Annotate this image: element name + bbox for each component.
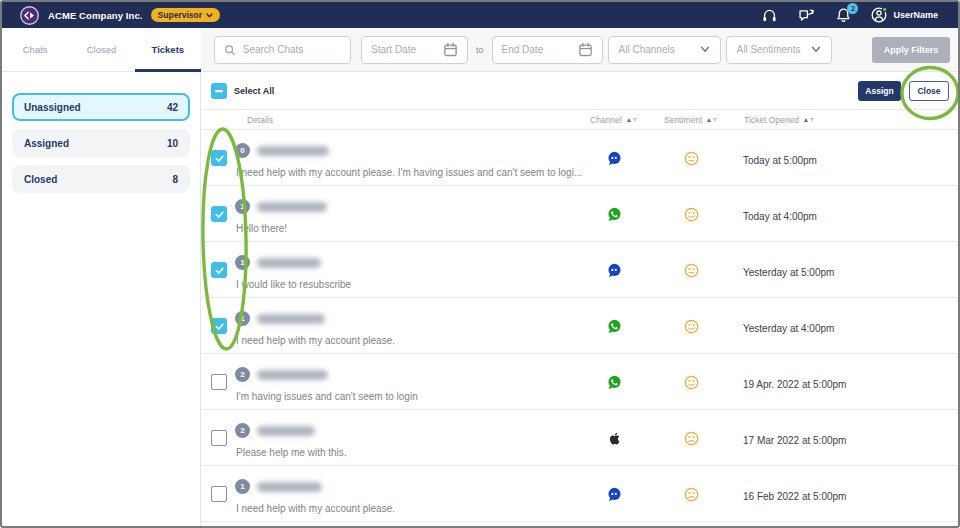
user-menu[interactable]: UserName <box>870 6 938 24</box>
ticket-rows: 0 I need help with my account please. I'… <box>201 130 958 522</box>
channels-select[interactable]: All Channels <box>608 36 721 64</box>
queue-label: Assigned <box>24 138 69 149</box>
sidebar-item-assigned[interactable]: Assigned 10 <box>12 129 190 157</box>
row-checkbox[interactable] <box>211 150 227 166</box>
queue-count: 42 <box>167 102 178 113</box>
end-date-field <box>492 36 603 64</box>
column-sentiment[interactable]: Sentiment <box>664 115 717 125</box>
row-checkbox[interactable] <box>211 486 227 502</box>
check-icon <box>214 321 225 332</box>
ticket-row[interactable]: 1 I would like to resubscribe Yesterday … <box>201 242 958 298</box>
search-chats-input[interactable] <box>243 44 341 55</box>
unread-count-badge: 0 <box>235 143 250 158</box>
redacted-contact-name <box>257 146 329 156</box>
unread-count-badge: 1 <box>235 199 250 214</box>
ticket-row[interactable]: 0 I need help with my account please. I'… <box>201 130 958 186</box>
tab-tickets[interactable]: Tickets <box>135 28 201 71</box>
queue-count: 8 <box>172 174 178 185</box>
row-checkbox[interactable] <box>211 374 227 390</box>
select-all-checkbox[interactable] <box>211 83 227 99</box>
ticket-opened-time: 17 Mar 2022 at 5:00pm <box>743 434 846 445</box>
tickets-panel: Select All Assign Close Details Channel … <box>201 72 958 526</box>
column-ticket-opened[interactable]: Ticket Opened <box>744 115 814 125</box>
tab-bar: Chats Closed Tickets <box>2 28 201 72</box>
ticket-opened-time: 16 Feb 2022 at 5:00pm <box>743 490 846 501</box>
message-preview: I need help with my account please. I'm … <box>236 167 582 178</box>
sentiment-icon <box>684 431 699 446</box>
brand-logo-icon <box>20 6 39 25</box>
redacted-contact-name <box>257 314 325 324</box>
close-button[interactable]: Close <box>909 81 949 101</box>
unread-count-badge: 1 <box>235 255 250 270</box>
start-date-input[interactable] <box>371 44 441 55</box>
headset-button[interactable] <box>761 7 778 24</box>
apple-icon <box>607 431 622 446</box>
ticket-row[interactable]: 1 I need help with my account please. Ye… <box>201 298 958 354</box>
row-checkbox[interactable] <box>211 262 227 278</box>
redacted-contact-name <box>257 370 328 380</box>
redacted-contact-name <box>257 426 315 436</box>
tab-closed[interactable]: Closed <box>68 28 134 71</box>
calendar-icon[interactable] <box>443 42 458 57</box>
message-preview: Hello there! <box>236 223 287 234</box>
row-checkbox[interactable] <box>211 318 227 334</box>
messenger-icon <box>607 151 622 166</box>
ticket-opened-time: Yesterday at 4:00pm <box>743 322 834 333</box>
avatar-icon <box>870 6 888 24</box>
ticket-opened-time: Today at 4:00pm <box>743 210 817 221</box>
share-chat-icon <box>797 7 816 24</box>
ticket-opened-time: Yesterday at 5:00pm <box>743 266 834 277</box>
end-date-input[interactable] <box>502 44 572 55</box>
role-badge[interactable]: Supervisor <box>151 8 220 22</box>
sentiments-select[interactable]: All Sentiments <box>726 36 832 64</box>
channel-icon <box>607 319 622 334</box>
sentiment-sad-icon <box>684 487 699 502</box>
date-range-separator: to <box>476 45 484 55</box>
messenger-icon <box>607 263 622 278</box>
queue-count: 10 <box>167 138 178 149</box>
whatsapp-icon <box>607 207 622 222</box>
redacted-contact-name <box>257 202 327 212</box>
topbar-actions: 2 UserName <box>742 6 938 24</box>
channel-icon <box>607 151 622 166</box>
unread-count-badge: 2 <box>235 367 250 382</box>
sentiment-icon <box>684 151 699 166</box>
sentiment-icon <box>684 263 699 278</box>
start-date-field <box>361 36 468 64</box>
queue-label: Closed <box>24 174 57 185</box>
notifications-button[interactable]: 2 <box>835 7 852 24</box>
unread-count-badge: 2 <box>235 423 250 438</box>
share-chat-button[interactable] <box>797 7 816 24</box>
check-icon <box>214 265 225 276</box>
sidebar-item-closed[interactable]: Closed 8 <box>12 165 190 193</box>
filter-bar: to All Channels All Sentiments Apply Fil… <box>201 28 958 72</box>
calendar-icon[interactable] <box>578 42 593 57</box>
sub-bar: Chats Closed Tickets to All Channels All… <box>2 28 958 72</box>
ticket-queues-sidebar: Unassigned 42 Assigned 10 Closed 8 <box>2 72 201 526</box>
check-icon <box>214 209 225 220</box>
ticket-row[interactable]: 2 Please help me with this. 17 Mar 2022 … <box>201 410 958 466</box>
sentiment-neutral-icon <box>684 263 699 278</box>
sidebar-item-unassigned[interactable]: Unassigned 42 <box>12 93 190 121</box>
sort-arrows-icon <box>804 118 814 122</box>
ticket-row[interactable]: 1 I need help with my account please. 16… <box>201 466 958 522</box>
ticket-row[interactable]: 2 I'm having issues and can't seem to lo… <box>201 354 958 410</box>
active-tab-underline <box>135 69 201 72</box>
chevron-down-icon <box>811 46 821 53</box>
channel-icon <box>607 207 622 222</box>
message-preview: I would like to resubscribe <box>236 279 351 290</box>
tab-chats[interactable]: Chats <box>2 28 68 71</box>
row-checkbox[interactable] <box>211 430 227 446</box>
assign-button[interactable]: Assign <box>858 81 901 101</box>
message-preview: I need help with my account please. <box>236 503 395 514</box>
channel-icon <box>607 375 622 390</box>
ticket-row[interactable]: 1 Hello there! Today at 4:00pm <box>201 186 958 242</box>
message-preview: I need help with my account please. <box>236 335 395 346</box>
row-checkbox[interactable] <box>211 206 227 222</box>
column-channel[interactable]: Channel <box>590 115 637 125</box>
apply-filters-button[interactable]: Apply Filters <box>872 37 950 63</box>
headset-icon <box>761 7 778 24</box>
sentiment-icon <box>684 207 699 222</box>
table-header: Details Channel Sentiment Ticket Opened <box>201 110 958 130</box>
sentiment-happy-icon <box>684 375 699 390</box>
